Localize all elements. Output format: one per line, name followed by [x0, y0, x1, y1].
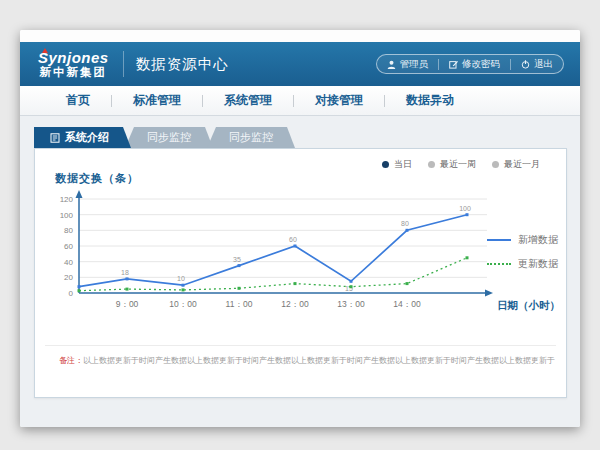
- svg-text:18: 18: [121, 269, 129, 276]
- tab-sync-monitor-2[interactable]: 同步监控: [207, 127, 295, 148]
- svg-text:80: 80: [401, 220, 409, 227]
- content-area: 系统介绍 同步监控 同步监控 当日 最近一周: [20, 116, 580, 427]
- chart-panel: 当日 最近一周 最近一月 数据交换（条） 0204060801001209：00…: [34, 148, 567, 398]
- footnote-text: 以上数据更新于时间产生数据以上数据更新于时间产生数据以上数据更新于时间产生数据以…: [83, 356, 555, 365]
- tab-bar: 系统介绍 同步监控 同步监控: [34, 127, 295, 148]
- chart-legend: 新增数据 更新数据: [487, 233, 558, 271]
- app-title: 数据资源中心: [136, 55, 229, 74]
- solid-line-swatch-icon: [487, 239, 511, 241]
- logout-button[interactable]: 退出: [511, 58, 563, 71]
- user-menu: 管理员 修改密码 退出: [376, 54, 565, 74]
- y-axis-title: 数据交换（条）: [55, 171, 139, 186]
- svg-text:10：00: 10：00: [169, 299, 197, 309]
- radio-dot-icon: [428, 161, 435, 168]
- power-icon: [521, 60, 530, 69]
- dotted-line-swatch-icon: [487, 263, 511, 265]
- svg-text:40: 40: [64, 258, 73, 267]
- nav-divider: [293, 95, 294, 107]
- svg-text:13：00: 13：00: [337, 299, 365, 309]
- nav-divider: [111, 95, 112, 107]
- legend-label: 更新数据: [518, 257, 558, 271]
- footnote-prefix: 备注：: [59, 356, 83, 365]
- header-divider: [123, 51, 124, 77]
- filter-label: 最近一周: [440, 158, 476, 171]
- footnote: 备注：以上数据更新于时间产生数据以上数据更新于时间产生数据以上数据更新于时间产生…: [59, 355, 555, 366]
- window-top-strip: [20, 30, 580, 42]
- radio-dot-icon: [492, 161, 499, 168]
- logout-label: 退出: [534, 58, 553, 71]
- tab-sync-monitor-1[interactable]: 同步监控: [125, 127, 213, 148]
- admin-user-button[interactable]: 管理员: [377, 58, 439, 71]
- nav-item-system-mgmt[interactable]: 系统管理: [224, 92, 272, 109]
- radio-dot-icon: [382, 161, 389, 168]
- legend-item-new-data: 新增数据: [487, 233, 558, 247]
- nav-item-home[interactable]: 首页: [66, 92, 90, 109]
- svg-text:120: 120: [60, 195, 74, 204]
- admin-user-label: 管理员: [400, 58, 429, 71]
- nav-item-data-change[interactable]: 数据异动: [406, 92, 454, 109]
- svg-text:100: 100: [60, 211, 74, 220]
- legend-label: 新增数据: [518, 233, 558, 247]
- user-icon: [387, 60, 396, 69]
- document-icon: [50, 133, 60, 143]
- tab-label: 同步监控: [229, 130, 273, 145]
- svg-text:0: 0: [69, 289, 74, 298]
- svg-text:14：00: 14：00: [393, 299, 421, 309]
- tab-label: 系统介绍: [65, 130, 109, 145]
- svg-text:100: 100: [459, 205, 471, 212]
- logo-accent-icon: [42, 48, 48, 53]
- main-nav: 首页 标准管理 系统管理 对接管理 数据异动: [20, 86, 580, 116]
- svg-text:80: 80: [64, 226, 73, 235]
- change-password-button[interactable]: 修改密码: [439, 58, 510, 71]
- time-filter-group: 当日 最近一周 最近一月: [382, 158, 540, 171]
- company-logo: Synjones 新中新集团: [38, 50, 109, 78]
- tab-system-intro[interactable]: 系统介绍: [34, 127, 131, 148]
- change-password-label: 修改密码: [462, 58, 500, 71]
- panel-divider: [45, 345, 556, 346]
- nav-divider: [384, 95, 385, 107]
- nav-item-interface-mgmt[interactable]: 对接管理: [315, 92, 363, 109]
- svg-text:12：00: 12：00: [281, 299, 309, 309]
- svg-text:35: 35: [233, 256, 241, 263]
- x-axis-title: 日期（小时）: [497, 299, 560, 313]
- svg-text:9：00: 9：00: [116, 299, 139, 309]
- nav-item-standard-mgmt[interactable]: 标准管理: [133, 92, 181, 109]
- svg-text:60: 60: [64, 242, 73, 251]
- app-window: Synjones 新中新集团 数据资源中心 管理员 修改密码 退出 首页 标准管…: [20, 30, 580, 427]
- filter-last-week[interactable]: 最近一周: [428, 158, 476, 171]
- nav-divider: [202, 95, 203, 107]
- svg-text:11：00: 11：00: [226, 299, 253, 309]
- filter-label: 最近一月: [504, 158, 540, 171]
- app-header: Synjones 新中新集团 数据资源中心 管理员 修改密码 退出: [20, 42, 580, 86]
- edit-icon: [449, 60, 458, 69]
- legend-item-update-data: 更新数据: [487, 257, 558, 271]
- tab-label: 同步监控: [147, 130, 191, 145]
- line-chart: 0204060801001209：0010：0011：0012：0013：001…: [45, 187, 505, 332]
- filter-label: 当日: [394, 158, 412, 171]
- svg-text:60: 60: [289, 236, 297, 243]
- svg-text:10: 10: [177, 275, 185, 282]
- svg-text:20: 20: [64, 273, 73, 282]
- logo-secondary-text: 新中新集团: [38, 66, 109, 78]
- filter-today[interactable]: 当日: [382, 158, 412, 171]
- logo-primary-text: Synjones: [38, 50, 109, 66]
- filter-last-month[interactable]: 最近一月: [492, 158, 540, 171]
